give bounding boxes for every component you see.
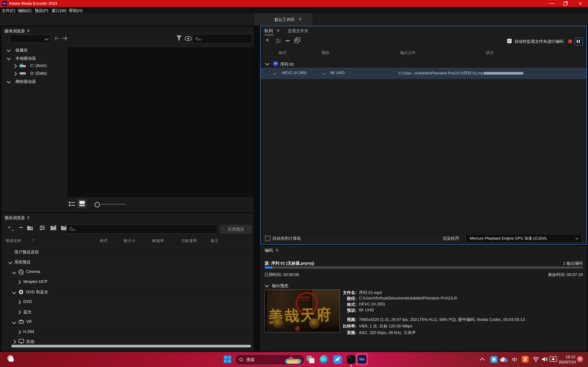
horizontal-scrollbar[interactable]: [11, 345, 251, 347]
media-source-dropdown[interactable]: [9, 35, 50, 43]
thumbnail-view-button[interactable]: [77, 199, 87, 208]
drive-d-expander[interactable]: [13, 72, 17, 76]
volume-icon[interactable]: [541, 356, 548, 362]
tab-queue[interactable]: 队列: [265, 28, 273, 34]
tree-item-drive-c[interactable]: C: (Acer): [30, 63, 47, 68]
remove-preset-button[interactable]: [19, 227, 23, 228]
column-format[interactable]: 格式: [100, 238, 108, 243]
queue-menu-icon[interactable]: ≡: [277, 28, 279, 33]
group-expander[interactable]: [265, 61, 269, 66]
preset-row-system[interactable]: 系统预设: [6, 257, 252, 267]
auto-shutdown-checkbox[interactable]: [265, 236, 270, 241]
preset-row-cinema[interactable]: Cinema: [6, 267, 252, 277]
zoom-slider-track[interactable]: [101, 204, 126, 205]
menu-help[interactable]: 帮助(H): [69, 8, 83, 13]
apply-preset-button[interactable]: 应用预设: [220, 225, 252, 234]
output-count: 1 输出编码: [563, 261, 583, 266]
group-name[interactable]: 序列 01: [280, 62, 294, 67]
back-arrow-icon[interactable]: [54, 36, 60, 41]
terminal-app-icon[interactable]: >_: [347, 355, 355, 364]
row-format[interactable]: HEVC (H.265): [282, 71, 306, 75]
import-preset-icon[interactable]: [50, 225, 57, 230]
add-output-icon[interactable]: [275, 38, 281, 44]
tray-expand-icon[interactable]: [480, 358, 485, 363]
output-preview-expander[interactable]: [265, 283, 269, 287]
drive-c-expander[interactable]: [13, 64, 17, 68]
close-button[interactable]: ×: [578, 1, 582, 6]
preset-row-dvd[interactable]: DVD: [6, 297, 252, 307]
queue-column-status[interactable]: 状态: [486, 50, 494, 55]
duplicate-button[interactable]: [294, 38, 301, 43]
search-promo-image[interactable]: [285, 356, 302, 364]
wifi-icon[interactable]: [532, 356, 539, 362]
tab-watch-folders[interactable]: 监视文件夹: [288, 28, 308, 34]
taskbar-search[interactable]: 搜索: [235, 354, 305, 365]
list-view-icon[interactable]: [69, 201, 75, 207]
start-button[interactable]: [224, 356, 231, 363]
display-warning-icon[interactable]: [550, 356, 557, 362]
row-preset[interactable]: 8K UHD: [330, 71, 345, 75]
eye-icon[interactable]: [185, 36, 192, 41]
format-dropdown-button[interactable]: [272, 70, 278, 76]
queue-column-output[interactable]: 输出文件: [400, 50, 416, 55]
menu-preset[interactable]: 预设(P): [35, 8, 48, 13]
column-comment[interactable]: 备注: [210, 238, 218, 243]
tree-item-network-drives[interactable]: 网络驱动器: [16, 79, 36, 84]
minimize-button[interactable]: [549, 3, 554, 4]
tree-item-drive-d[interactable]: D: (Data): [30, 71, 47, 76]
pc-manager-tray-icon[interactable]: ✱: [490, 356, 497, 363]
workspace-tab[interactable]: 默认工作区 ≡: [253, 13, 313, 25]
tree-item-local-drives[interactable]: 本地驱动器: [16, 56, 36, 61]
menu-file[interactable]: 文件(F): [2, 8, 15, 13]
add-source-button[interactable]: +: [265, 37, 269, 43]
menu-window[interactable]: 窗口(W): [52, 8, 66, 13]
media-browser-menu-icon[interactable]: ≡: [27, 28, 30, 33]
notification-badge[interactable]: 8: [577, 356, 583, 362]
queue-row-selected[interactable]: HEVC (H.265) 8K UHD C:\User...ts\Adobe\P…: [260, 68, 586, 79]
column-frame-rate[interactable]: 帧速率: [152, 238, 164, 243]
renderer-dropdown[interactable]: Mercury Playback Engine GPU 加速 (CUDA): [466, 234, 582, 243]
preset-row-bluray[interactable]: 蓝光: [6, 307, 252, 317]
column-target-rate[interactable]: 目标速率: [181, 238, 197, 243]
cloud-tray-icon[interactable]: i: [500, 357, 508, 362]
preset-browser-menu-icon[interactable]: ≡: [27, 215, 30, 220]
network-drives-expander[interactable]: [7, 79, 11, 83]
preset-row-dvd-bluray[interactable]: DVD 和蓝光: [6, 287, 252, 297]
pause-button[interactable]: [575, 38, 583, 45]
workspace-menu-icon[interactable]: ≡: [299, 17, 302, 22]
filter-icon[interactable]: [176, 35, 182, 41]
forward-arrow-icon[interactable]: [62, 36, 67, 41]
weather-icon[interactable]: [7, 355, 16, 364]
preset-dropdown-button[interactable]: [321, 70, 328, 76]
auto-encode-checkbox[interactable]: ✓: [507, 39, 512, 43]
column-frame-size[interactable]: 帧大小: [124, 238, 135, 243]
tree-item-favorites[interactable]: 收藏夹: [16, 48, 28, 53]
sogou-tray-icon[interactable]: S: [522, 356, 529, 363]
queue-column-preset[interactable]: 预设: [321, 50, 329, 55]
new-folder-icon[interactable]: [27, 225, 34, 230]
clock[interactable]: 16:12 2023/7/10: [559, 354, 575, 365]
preset-row-vr[interactable]: VR: [6, 317, 252, 327]
stop-button[interactable]: [568, 40, 572, 43]
widgets-app-icon[interactable]: [307, 356, 315, 364]
menu-edit[interactable]: 编辑(E): [18, 8, 32, 13]
queue-column-format[interactable]: 格式: [279, 50, 286, 55]
messenger-app-icon[interactable]: [333, 355, 342, 364]
column-preset-name[interactable]: 预设名称: [6, 238, 21, 243]
preset-search-input[interactable]: [66, 224, 217, 234]
preset-settings-icon[interactable]: [39, 225, 45, 230]
preset-row-wraptor[interactable]: Wraptor DCP: [6, 277, 252, 287]
encoding-menu-icon[interactable]: ≡: [276, 248, 278, 253]
local-drives-expander[interactable]: [7, 56, 11, 60]
ime-indicator[interactable]: 中: [512, 356, 517, 364]
media-encoder-taskbar-tile[interactable]: Me: [356, 353, 368, 365]
remove-button[interactable]: [286, 40, 290, 41]
row-output-path[interactable]: C:\User...ts\Adobe\Premiere Pro\23.0\序列 …: [398, 71, 485, 76]
edge-browser-icon[interactable]: [320, 355, 328, 364]
favorites-expander[interactable]: [7, 48, 11, 52]
preset-row-h264[interactable]: H.264: [6, 327, 252, 337]
media-search-input[interactable]: [192, 34, 252, 43]
zoom-slider-knob[interactable]: [95, 202, 100, 207]
add-preset-button[interactable]: +: [7, 224, 14, 231]
preset-row-user[interactable]: 用户预设及组: [6, 247, 252, 257]
